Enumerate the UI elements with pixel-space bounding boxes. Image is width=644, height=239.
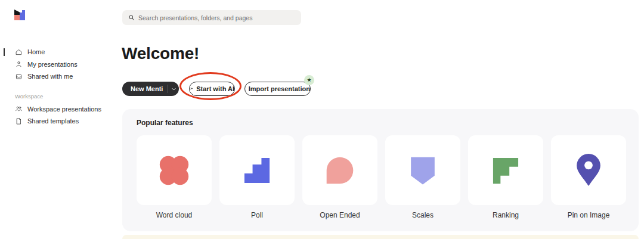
sidebar-item-shared-with-me[interactable]: Shared with me <box>0 70 119 83</box>
start-with-ai-label: Start with AI <box>196 85 234 92</box>
new-menti-button[interactable]: New Menti <box>122 82 179 96</box>
feature-card-open-ended[interactable] <box>302 135 377 205</box>
people-icon <box>15 105 23 113</box>
feature-scales: Scales <box>385 135 460 219</box>
feature-label: Open Ended <box>320 211 360 219</box>
active-indicator <box>4 48 5 56</box>
start-with-ai-button[interactable]: Start with AI <box>189 82 235 96</box>
workspace-section-label: Workspace <box>15 93 119 100</box>
pin-icon <box>570 152 607 189</box>
features-row: Word cloud Poll <box>137 135 626 219</box>
word-cloud-icon <box>156 152 193 189</box>
popular-features-heading: Popular features <box>137 119 193 127</box>
search-bar <box>122 10 301 25</box>
sidebar-item-my-presentations[interactable]: My presentations <box>0 58 119 71</box>
app-window: Home My presentations Shared with me Wor… <box>0 0 644 239</box>
feature-label: Ranking <box>493 211 519 219</box>
star-icon: ★ <box>306 77 311 83</box>
import-presentation-button[interactable]: Import presentation <box>244 82 311 96</box>
sparkle-icon <box>190 85 193 92</box>
feature-card-pin-on-image[interactable] <box>551 135 626 205</box>
feature-card-ranking[interactable] <box>468 135 543 205</box>
feature-pin-on-image: Pin on Image <box>551 135 626 219</box>
document-icon <box>15 117 23 125</box>
sidebar-item-label: Shared with me <box>27 73 73 80</box>
person-icon <box>15 60 23 68</box>
feature-open-ended: Open Ended <box>302 135 377 219</box>
feature-word-cloud: Word cloud <box>137 135 212 219</box>
feature-label: Scales <box>412 211 434 219</box>
feature-label: Pin on Image <box>568 211 610 219</box>
search-icon <box>128 14 135 21</box>
open-ended-icon <box>321 152 358 189</box>
sidebar-item-label: My presentations <box>27 61 78 68</box>
feature-poll: Poll <box>219 135 295 219</box>
feature-card-poll[interactable] <box>219 135 295 205</box>
inbox-icon <box>15 73 23 80</box>
popular-features-panel: Popular features Word cloud <box>122 109 639 231</box>
new-menti-label: New Menti <box>122 85 168 92</box>
feature-label: Poll <box>251 211 263 219</box>
sidebar-item-label: Home <box>27 48 45 55</box>
upload-icon <box>245 85 246 92</box>
ranking-icon <box>487 152 524 189</box>
feature-ranking: Ranking <box>468 135 543 219</box>
search-input[interactable] <box>138 14 295 21</box>
import-presentation-label: Import presentation <box>249 85 310 92</box>
mentimeter-logo[interactable] <box>13 8 27 22</box>
poll-icon <box>239 152 275 189</box>
sidebar-item-shared-templates[interactable]: Shared templates <box>0 115 119 128</box>
feature-card-word-cloud[interactable] <box>137 135 212 205</box>
sidebar-item-workspace-presentations[interactable]: Workspace presentations <box>0 103 119 116</box>
sidebar-item-label: Workspace presentations <box>27 105 101 113</box>
next-section-peek <box>122 235 639 239</box>
sidebar-item-label: Shared templates <box>27 117 79 125</box>
feature-card-scales[interactable] <box>385 135 460 205</box>
home-icon <box>15 48 23 56</box>
star-badge: ★ <box>304 75 314 85</box>
scales-icon <box>404 152 441 189</box>
sidebar-item-home[interactable]: Home <box>0 46 119 58</box>
feature-label: Word cloud <box>156 211 192 219</box>
sidebar: Home My presentations Shared with me Wor… <box>0 46 119 128</box>
chevron-down-icon[interactable] <box>168 86 179 92</box>
page-title: Welcome! <box>122 44 199 63</box>
